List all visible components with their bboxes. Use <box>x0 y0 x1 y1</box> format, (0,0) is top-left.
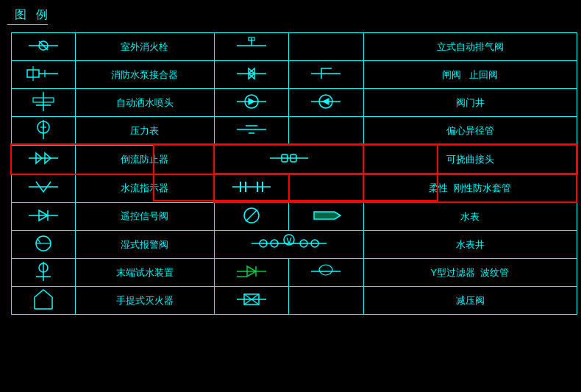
sym-mid1 <box>214 33 289 61</box>
symbol-cell <box>12 287 76 315</box>
row-name: 湿式报警阀 <box>76 231 215 259</box>
symbol-cell <box>12 231 76 259</box>
sym-mid2 <box>289 61 364 89</box>
table-row: 自动洒水喷头 阀门井 <box>12 89 577 117</box>
symbol-cell <box>12 89 76 117</box>
row-name: 消防水泵接合器 <box>76 61 215 89</box>
table-row: 手提式灭火器 减压阀 <box>12 287 577 315</box>
svg-line-56 <box>289 238 291 243</box>
sym-mid-water <box>214 231 363 259</box>
row-desc: 柔性 刚性防水套管 <box>363 174 577 202</box>
sym-mid2 <box>289 259 364 287</box>
svg-marker-22 <box>323 99 329 104</box>
table-row: 湿式报警阀 水表井 <box>12 231 577 259</box>
svg-marker-47 <box>314 212 341 219</box>
svg-line-46 <box>246 210 257 221</box>
table-row: 末端试水装置 Y型过滤器 波纹管 <box>12 259 577 287</box>
row-name: 末端试水装置 <box>76 259 215 287</box>
sym-mid1 <box>214 117 289 146</box>
row-desc: 闸阀 止回阀 <box>363 61 577 89</box>
sym-mid2 <box>289 202 364 231</box>
row-name: 手提式灭火器 <box>76 287 215 315</box>
row-name: 倒流防止器 <box>76 145 215 174</box>
row-name: 室外消火栓 <box>76 33 215 61</box>
sym-mid2 <box>289 174 364 202</box>
symbol-cell <box>12 202 76 231</box>
row-desc: 水表 <box>363 202 577 231</box>
svg-line-55 <box>287 238 289 243</box>
table-row-highlight: 水流指示器 柔性 刚性防水套管 <box>12 174 577 202</box>
sym-mid2 <box>289 117 364 146</box>
sym-mid1 <box>214 202 289 231</box>
sym-mid2 <box>289 89 364 117</box>
row-desc: 偏心异径管 <box>363 117 577 146</box>
main-container: 图 例 室外消火栓 <box>0 0 581 392</box>
sym-mid1 <box>214 287 289 315</box>
svg-line-50 <box>38 238 40 243</box>
sym-mid1 <box>214 89 289 117</box>
sym-mid1 <box>214 174 289 202</box>
row-desc: 阀门井 <box>363 89 577 117</box>
table-row: 室外消火栓 立式自动排气阀 <box>12 33 577 61</box>
row-name: 压力表 <box>76 117 215 146</box>
sym-mid2 <box>289 33 364 61</box>
symbol-cell <box>12 259 76 287</box>
svg-marker-19 <box>249 99 254 104</box>
sym-mid1 <box>214 61 289 89</box>
row-name: 遥控信号阀 <box>76 202 215 231</box>
legend-table: 室外消火栓 立式自动排气阀 <box>11 32 577 315</box>
symbol-cell <box>12 117 76 146</box>
row-desc: 水表井 <box>363 231 577 259</box>
sym-mid1 <box>214 259 289 287</box>
row-desc: 减压阀 <box>363 287 577 315</box>
legend-title: 图 例 <box>7 7 48 25</box>
symbol-cell <box>12 174 76 202</box>
table-row-highlight: 倒流防止器 可挠曲接头 <box>12 145 577 174</box>
row-desc: 可挠曲接头 <box>363 145 577 174</box>
table-row: 消防水泵接合器 闸阀 止回阀 <box>12 61 577 89</box>
table-row: 压力表 偏心异径管 <box>12 117 577 146</box>
symbol-cell <box>12 145 76 174</box>
symbol-cell <box>12 61 76 89</box>
row-name: 自动洒水喷头 <box>76 89 215 117</box>
row-name: 水流指示器 <box>76 174 215 202</box>
row-desc: Y型过滤器 波纹管 <box>363 259 577 287</box>
table-row: 遥控信号阀 水表 <box>12 202 577 231</box>
sym-mid2 <box>289 287 364 315</box>
row-desc: 立式自动排气阀 <box>363 33 577 61</box>
sym-mid-highlight <box>214 145 363 174</box>
symbol-cell <box>12 33 76 61</box>
